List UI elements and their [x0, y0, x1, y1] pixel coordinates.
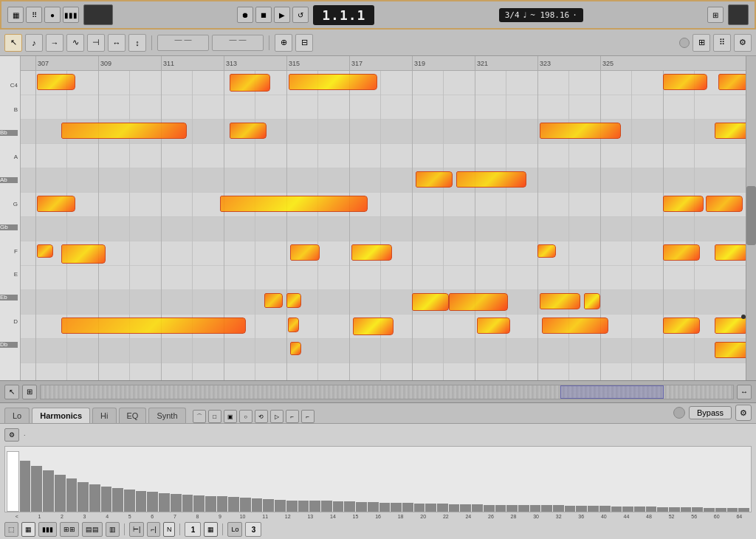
harm-bar-42[interactable]	[495, 505, 506, 512]
pitch-tool-btn[interactable]: ♪	[25, 34, 43, 52]
harm-bar-47[interactable]	[553, 505, 564, 512]
harm-bar-19[interactable]	[228, 497, 239, 512]
harm-bar-40[interactable]	[472, 504, 483, 512]
record-btn[interactable]: ⏺	[237, 7, 253, 23]
harm-bar-13[interactable]	[159, 493, 170, 512]
waveform-tool-btn[interactable]: ∿	[66, 34, 84, 52]
harm-bar-62[interactable]	[727, 508, 738, 512]
bt-icon-6[interactable]: ▥	[106, 522, 120, 537]
mini-zoom-icon[interactable]: ↔	[737, 385, 752, 399]
select-tool-btn[interactable]: ↖	[4, 34, 22, 52]
harm-bar-17[interactable]	[205, 496, 216, 512]
harm-bar-10[interactable]	[124, 490, 135, 512]
arrow-tool-btn[interactable]: →	[46, 34, 63, 52]
bt-icon-9[interactable]: N	[163, 522, 176, 537]
arrange-view-btn[interactable]: ▦	[7, 7, 24, 23]
harm-bar-6[interactable]	[78, 482, 89, 512]
time-tool-btn[interactable]: ↕	[128, 34, 146, 52]
grid-dots-btn[interactable]: ⠿	[713, 34, 731, 52]
harm-bar-55[interactable]	[646, 507, 657, 512]
harm-bar-36[interactable]	[425, 504, 436, 512]
note-g-2[interactable]	[220, 196, 368, 212]
harm-bar-1[interactable]	[20, 461, 31, 512]
stretch-btn[interactable]: ⊟	[295, 34, 313, 52]
note-f-5[interactable]	[537, 244, 556, 258]
bt-num-1[interactable]: 1	[185, 522, 201, 537]
note-eb-2[interactable]	[286, 293, 301, 308]
harm-bar-26[interactable]	[309, 501, 320, 512]
settings-btn[interactable]: ⚙	[734, 34, 752, 52]
harm-bar-34[interactable]	[402, 503, 413, 512]
harm-bar-51[interactable]	[599, 506, 611, 512]
tab-eq[interactable]: EQ	[119, 408, 147, 423]
note-d-4[interactable]	[477, 317, 510, 334]
note-bb-1[interactable]	[61, 123, 187, 139]
harm-bar-38[interactable]	[449, 504, 460, 512]
bt-icon-2[interactable]: ▦	[21, 522, 35, 537]
stop-btn[interactable]: ⏹	[255, 7, 272, 23]
harm-bar-2[interactable]	[31, 466, 42, 512]
note-eb-5[interactable]	[540, 293, 580, 309]
harm-bar-24[interactable]	[286, 501, 298, 512]
harm-bar-53[interactable]	[622, 507, 633, 512]
power-indicator[interactable]	[673, 407, 685, 419]
harm-bar-46[interactable]	[541, 505, 552, 512]
bt-icon-11[interactable]: Lo	[227, 522, 242, 537]
harm-bar-60[interactable]	[704, 508, 715, 512]
play-btn[interactable]: ▶	[274, 7, 290, 23]
tab-icon-3[interactable]: ▣	[224, 410, 237, 423]
note-eb-4[interactable]	[449, 293, 508, 311]
tab-icon-6[interactable]: ▷	[270, 410, 284, 423]
harm-bar-33[interactable]	[391, 503, 402, 512]
bt-icon-10[interactable]: ▦	[204, 522, 218, 537]
tab-harmonics[interactable]: Harmonics	[32, 408, 90, 423]
harm-bar-61[interactable]	[715, 508, 726, 512]
harm-bar-48[interactable]	[565, 506, 576, 512]
dots-btn[interactable]: ●	[44, 7, 61, 23]
note-d-5[interactable]	[542, 317, 608, 334]
note-d-3[interactable]	[353, 317, 394, 335]
harm-bar-57[interactable]	[669, 507, 680, 512]
harm-bar-18[interactable]	[217, 496, 228, 512]
tab-lo[interactable]: Lo	[4, 408, 30, 423]
merge-tool-btn[interactable]: ↔	[108, 34, 126, 52]
harm-bar-39[interactable]	[460, 504, 471, 512]
mini-grid-icon[interactable]: ⊞	[22, 385, 37, 399]
harm-bar-22[interactable]	[263, 499, 274, 512]
harm-bar-35[interactable]	[414, 504, 425, 512]
harm-bar-49[interactable]	[576, 506, 587, 512]
tab-icon-5[interactable]: ⟲	[255, 410, 268, 423]
scroll-thumb[interactable]	[746, 186, 756, 245]
note-eb-1[interactable]	[264, 293, 283, 308]
note-d-7[interactable]	[715, 317, 746, 334]
harm-bar-29[interactable]	[344, 501, 355, 512]
note-g-4[interactable]	[706, 196, 743, 212]
time-input[interactable]: — —	[212, 35, 264, 51]
note-g-1[interactable]	[37, 196, 75, 212]
harm-bar-58[interactable]	[681, 507, 692, 512]
note-eb-6[interactable]	[584, 293, 600, 309]
bt-icon-8[interactable]: ⌐|	[147, 522, 160, 537]
pitch-input[interactable]: — —	[157, 35, 209, 51]
note-grid-container[interactable]: 307 309 311 313 315 317 319 321 323 325	[21, 56, 746, 380]
harm-bar-21[interactable]	[252, 498, 263, 512]
harm-bar-14[interactable]	[171, 494, 182, 512]
harm-bar-52[interactable]	[611, 507, 622, 512]
tab-icon-1[interactable]: ⌒	[193, 410, 206, 423]
tab-icon-4[interactable]: ○	[239, 410, 252, 423]
vertical-scrollbar[interactable]	[746, 56, 756, 380]
note-d-2[interactable]	[288, 317, 299, 332]
note-grid[interactable]	[21, 71, 746, 380]
harm-bar-25[interactable]	[298, 501, 309, 512]
bt-icon-7[interactable]: ⊢|	[129, 522, 144, 537]
harm-bar-5[interactable]	[66, 478, 78, 512]
note-bb-3[interactable]	[540, 123, 621, 139]
bt-num-3[interactable]: 3	[245, 522, 261, 537]
harm-bar-11[interactable]	[136, 491, 147, 512]
bars-btn[interactable]: ▮▮▮	[63, 7, 79, 23]
harm-bar-23[interactable]	[275, 500, 286, 512]
bt-icon-3[interactable]: ▮▮▮	[38, 522, 57, 537]
harm-bar-59[interactable]	[692, 507, 703, 512]
harm-bar-56[interactable]	[657, 507, 668, 512]
grid-btn[interactable]: ⠿	[26, 7, 42, 23]
